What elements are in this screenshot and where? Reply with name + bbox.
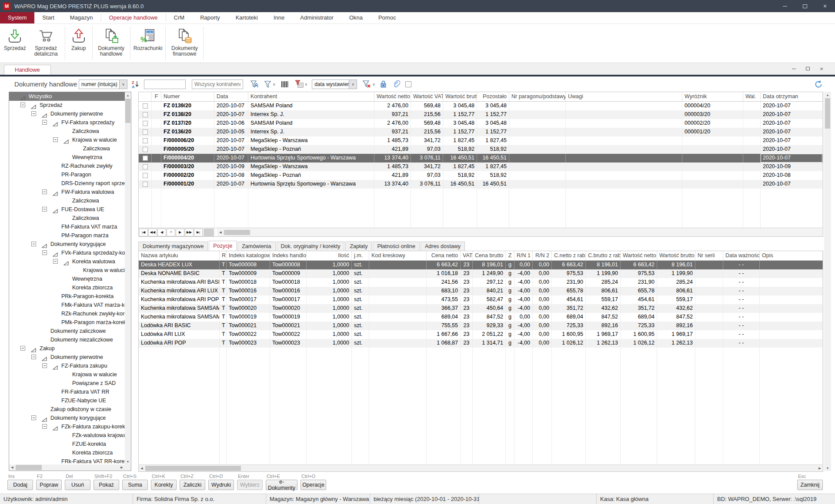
column-header-wal[interactable]: Wal. xyxy=(743,92,761,102)
korekty-button[interactable]: Korekty xyxy=(151,480,177,490)
menu-item-magazyn[interactable]: Magazyn xyxy=(62,12,101,23)
navigator-button[interactable]: ▶| xyxy=(194,229,203,236)
scrollbar-thumb[interactable] xyxy=(224,230,250,235)
row-checkbox[interactable] xyxy=(143,156,148,161)
column-header-opis[interactable]: Opis xyxy=(760,251,823,261)
menu-item-crm[interactable]: CrM xyxy=(166,12,193,23)
navigator-button[interactable]: ▶▶ xyxy=(185,229,194,236)
column-header-uwagi[interactable]: Uwagi xyxy=(566,92,682,102)
grid-vertical-scrollbar[interactable]: ▲ ▼ xyxy=(824,92,831,471)
barcode-icon[interactable] xyxy=(281,81,289,88)
row-checkbox[interactable] xyxy=(143,103,148,109)
tree-item-dokumenty-koryguj-ce[interactable]: Dokumenty korygujące xyxy=(9,240,125,249)
tree-item-fzk-walutowa-krajowa[interactable]: FZk-walutowa krajowa xyxy=(9,431,125,440)
tree-item-krajowa-w-walucie[interactable]: Krajowa w walucie xyxy=(9,370,125,379)
tree-item-zaliczkowa[interactable]: Zaliczkowa xyxy=(9,144,125,153)
tree-item-wszystko[interactable]: Wszystko xyxy=(9,92,125,101)
scroll-up-icon[interactable]: ▲ xyxy=(125,92,131,98)
tree-item-fm-faktura-vat-mar-a[interactable]: FM-Faktura VAT marża xyxy=(9,222,125,231)
operacje-button[interactable]: Operacje xyxy=(301,480,326,490)
document-row[interactable]: FZ 0137/202020-10-06SAMSAM Poland2 476,0… xyxy=(139,119,823,128)
detail-tab-p-atno-ci-online[interactable]: Płatności online xyxy=(373,242,420,251)
menu-item-inne[interactable]: Inne xyxy=(266,12,292,23)
expand-collapse-icon[interactable] xyxy=(42,207,47,212)
filter-checkbox[interactable] xyxy=(405,81,411,87)
tree-item-zaliczkowa[interactable]: Zaliczkowa xyxy=(9,127,125,136)
expand-collapse-icon[interactable] xyxy=(31,355,36,359)
filter-table-icon[interactable] xyxy=(295,80,304,88)
row-checkbox[interactable] xyxy=(143,173,148,178)
scrollbar-thumb[interactable] xyxy=(145,466,241,471)
position-row[interactable]: Kuchenka mikrofalowa ARI LUXTTow000016To… xyxy=(139,287,823,295)
column-header-indeks-katalogowy[interactable]: Indeks katalogowy xyxy=(227,251,270,261)
tree-item-dokumenty-pierwotne[interactable]: Dokumenty pierwotne xyxy=(9,353,125,361)
column-header-r[interactable]: R xyxy=(220,251,227,261)
sort-za-icon[interactable]: ZA xyxy=(131,80,140,89)
detail-tab-dok-oryginalny-korekty[interactable]: Dok. oryginalny / korekty xyxy=(277,242,345,251)
column-header-z[interactable]: Z xyxy=(506,251,514,261)
toolbar-button-rozrachunki[interactable]: 0.00%Rozrachunki xyxy=(131,24,165,63)
inner-maximize-button[interactable] xyxy=(802,65,813,73)
position-row[interactable]: Lodówka ARI POPTTow000023Tow0000231,0000… xyxy=(139,339,823,348)
tab-handlowe[interactable]: Handlowe xyxy=(4,65,51,75)
e-dokumenty-button[interactable]: e-Dokumenty xyxy=(266,480,297,490)
inner-minimize-button[interactable] xyxy=(788,65,799,73)
position-row[interactable]: Lodówka ARI LUXTTow000022Tow0000221,0000… xyxy=(139,330,823,339)
scroll-right-icon[interactable]: ▶ xyxy=(119,464,125,471)
refresh-icon[interactable] xyxy=(814,80,823,89)
wydruki-button[interactable]: Wydruki xyxy=(208,480,234,490)
document-row[interactable]: FZ 0138/202020-10-07Interrex Sp. J.937,2… xyxy=(139,110,823,119)
tree-item-fmk-faktura-vat-mar-a-korekta[interactable]: FMk-Faktura VAT marża-korekta xyxy=(9,301,125,309)
column-header-data[interactable]: Data xyxy=(214,92,248,102)
column-header-j-m[interactable]: j.m. xyxy=(352,251,369,261)
search-input[interactable] xyxy=(144,80,186,89)
contractor-filter-input[interactable] xyxy=(192,80,243,89)
column-header-data-otrzyman[interactable]: Data otrzyman xyxy=(761,92,823,102)
toolbar-button-dokumenty-finansowe[interactable]: Dokumenty finansowe xyxy=(167,24,202,63)
document-row[interactable]: F/000002/202020-10-08MegaSklep - Poznań4… xyxy=(139,171,823,180)
tree-item-fzk-faktura-zakupu-korekta[interactable]: FZk-Faktura zakupu-korekta xyxy=(9,422,125,431)
column-header-kontrahent[interactable]: Kontrahent xyxy=(248,92,374,102)
tree-item-fv-faktura-sprzeda-y[interactable]: FV-Faktura sprzedaży xyxy=(9,118,125,127)
tree-item-sprzeda[interactable]: Sprzedaż xyxy=(9,101,125,109)
tree-item-zaliczkowa[interactable]: Zaliczkowa xyxy=(9,196,125,205)
menu-item-system[interactable]: System xyxy=(0,12,34,23)
positions-horizontal-scrollbar[interactable]: ◀▶ xyxy=(139,464,823,471)
scrollbar-thumb[interactable] xyxy=(125,99,130,123)
toolbar-button-sprzeda-detaliczna[interactable]: Sprzedaż detaliczna xyxy=(28,24,64,63)
filter-table-chevron-icon[interactable]: ∨ xyxy=(305,82,308,86)
tree-item-drs-dzienny-raport-sprzeda-y[interactable]: DRS-Dzienny raport sprzedaży xyxy=(9,179,125,188)
detail-tab-dokumenty-magazynowe[interactable]: Dokumenty magazynowe xyxy=(138,242,208,251)
tree-item-rz-rachunek-zwyk-y[interactable]: RZ-Rachunek zwykły xyxy=(9,162,125,170)
tree-item-wewn-trzna[interactable]: Wewnętrzna xyxy=(9,153,125,162)
expand-collapse-icon[interactable] xyxy=(53,137,58,142)
tree-vertical-scrollbar[interactable]: ▲ ▼ xyxy=(125,92,131,464)
sort-mode-select[interactable]: numer (intuicja)∨ xyxy=(79,80,127,89)
position-row[interactable]: Deska NONAME BASICTTow000009Tow0000091,0… xyxy=(139,269,823,278)
row-checkbox[interactable] xyxy=(143,138,148,143)
scroll-left-icon[interactable]: ◀ xyxy=(139,465,145,471)
column-header-vat[interactable]: VAT xyxy=(461,251,473,261)
position-row[interactable]: Kuchenka mikrofalowa SAMSAM LUTTow000019… xyxy=(139,313,823,322)
scroll-up-icon[interactable]: ▲ xyxy=(824,92,831,98)
column-header-f[interactable]: F xyxy=(152,92,161,102)
contractor-filter-icon[interactable] xyxy=(250,80,259,88)
row-checkbox[interactable] xyxy=(143,112,148,117)
position-row[interactable]: Kuchenka mikrofalowa SAMSAM BATTow000020… xyxy=(139,304,823,313)
row-checkbox[interactable] xyxy=(143,182,148,187)
date-field-select[interactable]: data wystawienia∨ xyxy=(312,80,357,89)
menu-item-pomoc[interactable]: Pomoc xyxy=(371,12,404,23)
expand-collapse-icon[interactable] xyxy=(42,363,47,368)
tree-item-korekta-zbiorcza[interactable]: Korekta zbiorcza xyxy=(9,448,125,457)
position-row[interactable]: Kuchenka mikrofalowa ARI BASICTTow000018… xyxy=(139,278,823,287)
expand-collapse-icon[interactable] xyxy=(20,346,25,351)
column-header-nazwa-artyku-u[interactable]: Nazwa artykułu xyxy=(139,251,220,261)
menu-item-kartoteki[interactable]: Kartoteki xyxy=(228,12,266,23)
tree-item-zaliczkowa[interactable]: Zaliczkowa xyxy=(9,214,125,222)
maximize-button[interactable] xyxy=(795,0,815,12)
tree-item-powi-zane-z-sad[interactable]: Powiązane z SAD xyxy=(9,379,125,388)
row-checkbox[interactable] xyxy=(143,121,148,126)
detail-tab-pozycje[interactable]: Pozycje xyxy=(209,241,237,251)
column-header-nr-paragonu-podstawy[interactable]: Nr paragonu/podstawy xyxy=(509,92,566,102)
expand-collapse-icon[interactable] xyxy=(53,259,58,264)
